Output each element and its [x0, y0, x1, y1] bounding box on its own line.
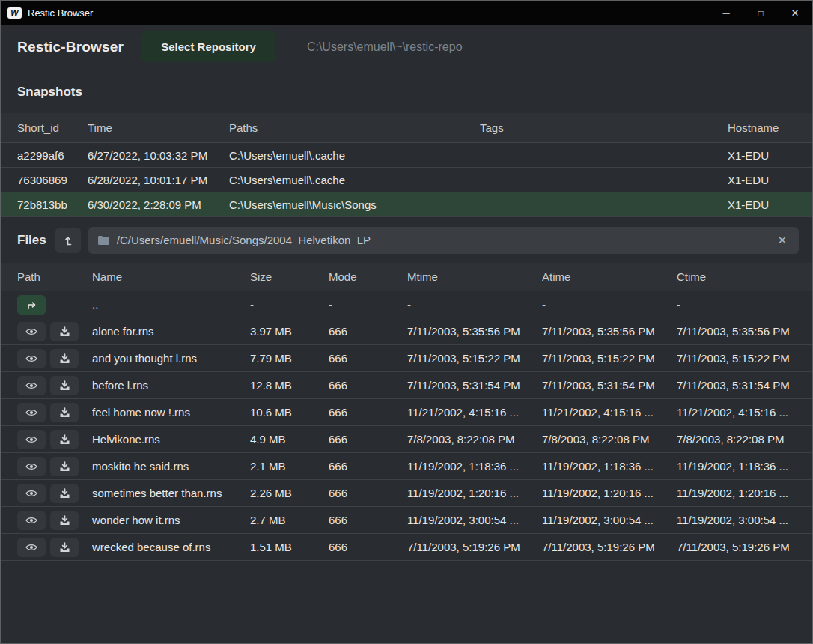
- file-row[interactable]: wonder how it.rns 2.7 MB 666 11/19/2002,…: [1, 507, 812, 534]
- column-header-mode: Mode: [329, 270, 407, 283]
- repository-path: C:\Users\emuell\~\restic-repo: [307, 40, 463, 54]
- download-icon: [59, 461, 70, 472]
- file-mtime: 7/8/2003, 8:22:08 PM: [407, 433, 542, 446]
- file-atime: 7/11/2003, 5:19:26 PM: [542, 541, 677, 553]
- files-path-input[interactable]: /C/Users/emuell/Music/Songs/2004_Helveti…: [88, 227, 799, 254]
- file-row[interactable]: and you thought l.rns 7.79 MB 666 7/11/2…: [1, 345, 812, 372]
- file-name: feel home now !.rns: [92, 406, 250, 419]
- download-icon: [59, 353, 70, 364]
- minimize-icon: ─: [722, 7, 729, 19]
- eye-icon: [25, 326, 38, 337]
- download-file-button[interactable]: [50, 457, 79, 476]
- app-header: Restic-Browser Select Repository C:\User…: [1, 25, 812, 68]
- file-row[interactable]: wrecked because of.rns 1.51 MB 666 7/11/…: [1, 534, 812, 561]
- download-icon: [59, 326, 70, 337]
- minimize-button[interactable]: ─: [709, 1, 743, 25]
- snapshot-row[interactable]: 76306869 6/28/2022, 10:01:17 PM C:\Users…: [1, 168, 812, 192]
- eye-icon: [25, 380, 38, 391]
- preview-file-button[interactable]: [17, 457, 46, 476]
- column-header-time: Time: [88, 121, 229, 134]
- file-row[interactable]: Helvikone.rns 4.9 MB 666 7/8/2003, 8:22:…: [1, 426, 812, 453]
- file-size: -: [250, 298, 329, 311]
- preview-file-button[interactable]: [17, 430, 46, 449]
- file-mode: 666: [329, 487, 407, 499]
- download-file-button[interactable]: [50, 322, 79, 341]
- download-file-button[interactable]: [50, 430, 79, 449]
- download-file-button[interactable]: [50, 403, 79, 422]
- snapshot-time: 6/30/2022, 2:28:09 PM: [88, 198, 229, 211]
- preview-file-button[interactable]: [17, 403, 46, 422]
- folder-icon: [97, 235, 110, 246]
- file-row[interactable]: moskito he said.rns 2.1 MB 666 11/19/200…: [1, 453, 812, 480]
- eye-icon: [25, 434, 38, 445]
- snapshots-table-header: Short_id Time Paths Tags Hostname: [1, 113, 812, 143]
- file-mtime: 11/19/2002, 1:18:36 ...: [407, 460, 542, 473]
- file-size: 2.1 MB: [250, 460, 329, 473]
- download-file-button[interactable]: [50, 538, 79, 557]
- file-row-actions: [17, 322, 92, 341]
- file-name: wrecked because of.rns: [92, 541, 250, 553]
- file-mode: -: [329, 298, 407, 311]
- preview-file-button[interactable]: [17, 376, 46, 395]
- download-icon: [59, 434, 70, 445]
- file-ctime: 11/19/2002, 3:00:54 ...: [677, 514, 796, 526]
- preview-file-button[interactable]: [17, 322, 46, 341]
- file-name: before l.rns: [92, 379, 250, 392]
- file-size: 3.97 MB: [250, 325, 329, 338]
- eye-icon: [25, 515, 38, 526]
- download-file-button[interactable]: [50, 349, 79, 368]
- snapshot-hostname: X1-EDU: [728, 149, 796, 162]
- app-logo-letter: W: [10, 9, 18, 17]
- column-header-atime: Atime: [542, 270, 677, 283]
- download-file-button[interactable]: [50, 484, 79, 503]
- file-row[interactable]: feel home now !.rns 10.6 MB 666 11/21/20…: [1, 399, 812, 426]
- file-row[interactable]: sometimes better than.rns 2.26 MB 666 11…: [1, 480, 812, 507]
- snapshot-row[interactable]: a2299af6 6/27/2022, 10:03:32 PM C:\Users…: [1, 143, 812, 168]
- close-icon: ✕: [791, 7, 800, 19]
- files-table-header: Path Name Size Mode Mtime Atime Ctime: [1, 263, 812, 291]
- eye-icon: [25, 461, 38, 472]
- file-row-actions: [17, 349, 92, 368]
- file-name: wonder how it.rns: [92, 514, 250, 526]
- file-row-actions: [17, 430, 92, 449]
- snapshot-paths: C:\Users\emuell\.cache: [229, 149, 480, 162]
- preview-file-button[interactable]: [17, 484, 46, 503]
- file-atime: -: [542, 298, 677, 311]
- eye-icon: [25, 488, 38, 499]
- download-file-button[interactable]: [50, 376, 79, 395]
- select-repository-button[interactable]: Select Repository: [141, 31, 275, 62]
- file-ctime: 7/8/2003, 8:22:08 PM: [677, 433, 796, 446]
- file-mode: 666: [329, 433, 407, 446]
- file-row[interactable]: alone for.rns 3.97 MB 666 7/11/2003, 5:3…: [1, 318, 812, 345]
- file-mode: 666: [329, 325, 407, 338]
- file-row[interactable]: before l.rns 12.8 MB 666 7/11/2003, 5:31…: [1, 372, 812, 399]
- clear-path-button[interactable]: ✕: [774, 233, 790, 247]
- snapshot-paths: C:\Users\emuell\.cache: [229, 174, 480, 186]
- file-atime: 7/8/2003, 8:22:08 PM: [542, 433, 677, 446]
- snapshot-row[interactable]: 72b813bb 6/30/2022, 2:28:09 PM C:\Users\…: [1, 192, 812, 217]
- up-level-button[interactable]: [55, 228, 81, 253]
- file-mode: 666: [329, 352, 407, 365]
- close-button[interactable]: ✕: [778, 1, 812, 25]
- download-file-button[interactable]: [50, 511, 79, 530]
- download-icon: [59, 542, 70, 553]
- file-mode: 666: [329, 514, 407, 526]
- snapshots-table-body: a2299af6 6/27/2022, 10:03:32 PM C:\Users…: [1, 143, 812, 217]
- preview-file-button[interactable]: [17, 349, 46, 368]
- column-header-name: Name: [92, 270, 250, 283]
- file-atime: 11/19/2002, 1:18:36 ...: [542, 460, 677, 473]
- preview-file-button[interactable]: [17, 511, 46, 530]
- file-size: 2.26 MB: [250, 487, 329, 499]
- file-mode: 666: [329, 406, 407, 419]
- files-heading: Files: [17, 233, 46, 248]
- app-logo-icon: W: [7, 7, 22, 19]
- parent-directory-row[interactable]: .. - - - - -: [1, 291, 812, 318]
- file-ctime: 7/11/2003, 5:19:26 PM: [677, 541, 796, 553]
- window-controls: ─ □ ✕: [709, 1, 812, 25]
- snapshot-short-id: 76306869: [17, 174, 88, 186]
- preview-file-button[interactable]: [17, 538, 46, 557]
- go-parent-button[interactable]: [17, 295, 46, 315]
- maximize-button[interactable]: □: [743, 1, 778, 25]
- snapshot-hostname: X1-EDU: [728, 174, 796, 186]
- up-level-icon: [62, 234, 74, 246]
